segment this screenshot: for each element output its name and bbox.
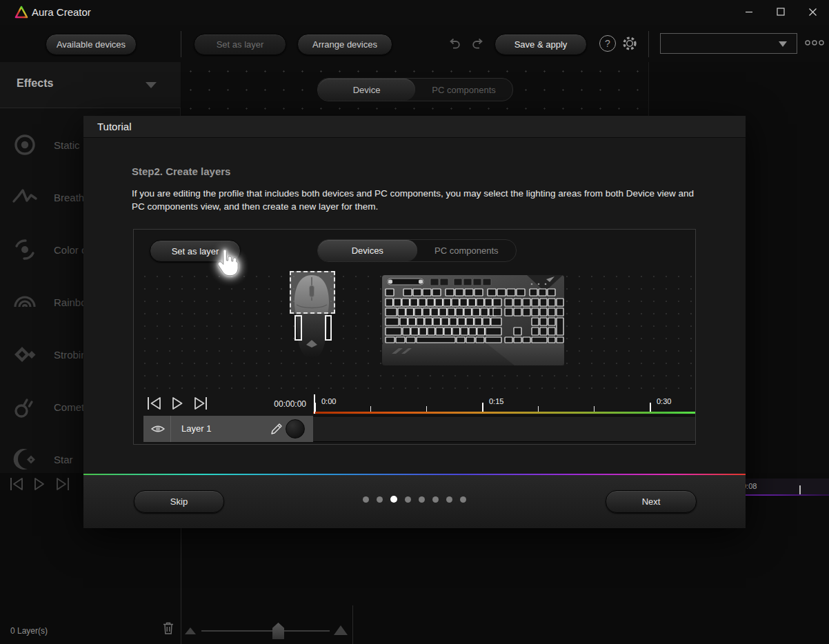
arrange-devices-label: Arrange devices xyxy=(312,39,377,50)
tutorial-layer-row: Layer 1 xyxy=(143,416,313,442)
tutorial-dialog: Tutorial Step2. Create layers If you are… xyxy=(83,116,746,528)
selection-rectangle xyxy=(290,271,335,314)
toolbar-divider-2 xyxy=(648,31,649,57)
tutorial-body-text: If you are editing the profile that incl… xyxy=(132,188,699,213)
pagination-dot xyxy=(446,496,452,503)
star-effect-label: Star xyxy=(54,454,73,465)
ruler-tick-label: 0:30 xyxy=(657,397,671,405)
tutorial-step-heading: Step2. Create layers xyxy=(132,165,230,177)
pagination-dot xyxy=(390,496,397,503)
close-icon xyxy=(808,8,817,17)
trash-icon[interactable] xyxy=(161,621,175,636)
tutorial-title: Tutorial xyxy=(97,121,131,132)
effects-collapse-icon xyxy=(146,82,157,88)
static-effect-icon xyxy=(11,131,39,159)
tutorial-footer: Skip Next xyxy=(83,474,746,528)
app-title: Aura Creator xyxy=(32,6,91,18)
layer-count: 0 Layer(s) xyxy=(10,626,48,636)
redo-icon[interactable] xyxy=(470,35,487,52)
bottom-divider-2 xyxy=(352,605,353,644)
zoom-out-icon[interactable] xyxy=(185,627,196,634)
background-ruler-tick xyxy=(799,485,801,494)
tab-device[interactable]: Device xyxy=(318,79,415,101)
skip-start-icon[interactable] xyxy=(11,478,22,490)
ruler-tick-label: 0:15 xyxy=(489,397,503,405)
ruler-tick xyxy=(370,406,371,412)
tutorial-skip-start-icon xyxy=(148,397,160,410)
skip-end-icon[interactable] xyxy=(57,478,68,490)
layer-visibility-eye-icon xyxy=(150,422,166,436)
zoom-control xyxy=(185,622,350,640)
mouse-zone-right xyxy=(325,315,332,341)
tutorial-playback-controls xyxy=(146,395,221,412)
available-devices-label: Available devices xyxy=(57,39,126,50)
pagination-dot xyxy=(432,496,439,503)
minimize-button[interactable] xyxy=(739,4,759,19)
minimize-icon xyxy=(745,8,753,16)
tab-pc-components-label: PC components xyxy=(432,85,496,95)
ruler-tick xyxy=(426,406,427,412)
zoom-in-icon[interactable] xyxy=(334,625,348,635)
help-glyph: ? xyxy=(605,38,610,49)
footer-rainbow-line xyxy=(83,474,746,475)
tutorial-skip-end-icon xyxy=(195,397,206,410)
tutorial-view-tabs: Devices PC components xyxy=(317,239,517,262)
strobing-effect-icon xyxy=(11,341,39,368)
pagination-dot xyxy=(377,496,383,503)
effects-header-label: Effects xyxy=(17,77,53,90)
bottom-divider xyxy=(181,528,181,644)
set-as-layer-button[interactable]: Set as layer xyxy=(194,34,286,55)
arrange-devices-button[interactable]: Arrange devices xyxy=(297,34,392,55)
more-options-icon[interactable] xyxy=(804,39,825,47)
pagination-dot xyxy=(405,496,411,503)
hand-cursor-icon xyxy=(214,247,242,279)
ruler-tick xyxy=(594,406,595,412)
ruler-tick-label: 0:00 xyxy=(321,397,336,405)
save-apply-label: Save & apply xyxy=(515,39,568,50)
tutorial-ruler: 0:000:150:30 xyxy=(313,393,695,414)
aura-creator-window: Aura Creator Available devices Set as la… xyxy=(0,0,829,644)
save-apply-button[interactable]: Save & apply xyxy=(495,34,587,55)
toolbar: Available devices Set as layer Arrange d… xyxy=(0,25,829,62)
tutorial-tab-devices-label: Devices xyxy=(352,245,383,256)
chevron-down-icon xyxy=(779,41,787,47)
tab-pc-components[interactable]: PC components xyxy=(415,79,512,101)
zoom-slider-track[interactable] xyxy=(201,630,330,632)
zoom-slider-handle[interactable] xyxy=(272,623,284,639)
pagination-dot xyxy=(363,496,369,503)
edit-pencil-icon xyxy=(270,422,283,436)
layer-color-swatch xyxy=(286,419,305,439)
tutorial-tab-pc-components-label: PC components xyxy=(435,245,499,256)
play-icon[interactable] xyxy=(35,479,43,490)
aura-logo-icon xyxy=(14,6,28,19)
comet-effect-label: Comet xyxy=(54,401,84,413)
keyboard-device xyxy=(382,275,564,365)
undo-icon[interactable] xyxy=(446,35,462,52)
tutorial-layer-name: Layer 1 xyxy=(181,423,211,434)
tutorial-play-icon xyxy=(173,398,182,409)
tutorial-clock: 00:00:00 xyxy=(244,399,306,409)
tutorial-ruler-gradient xyxy=(313,412,695,414)
ruler-tick xyxy=(538,406,539,412)
profile-select[interactable] xyxy=(660,33,797,54)
tutorial-titlebar: Tutorial xyxy=(83,116,746,138)
next-label: Next xyxy=(642,496,661,507)
static-effect-label: Static xyxy=(54,139,80,151)
ruler-tick xyxy=(314,403,316,412)
maximize-button[interactable] xyxy=(770,4,791,19)
layer-row-divider xyxy=(170,416,171,442)
ruler-tick xyxy=(650,403,651,412)
settings-gear-icon[interactable] xyxy=(621,35,638,52)
breathing-effect-icon xyxy=(11,183,39,211)
pagination-dot xyxy=(419,496,425,503)
effects-header[interactable]: Effects xyxy=(0,62,181,108)
background-ruler-line xyxy=(731,494,829,496)
mouse-zone-left xyxy=(294,315,302,341)
pagination-dot xyxy=(460,496,466,503)
close-button[interactable] xyxy=(802,4,823,19)
help-icon[interactable]: ? xyxy=(599,35,616,52)
next-button[interactable]: Next xyxy=(606,490,697,513)
available-devices-button[interactable]: Available devices xyxy=(46,34,137,55)
maximize-icon xyxy=(777,8,785,16)
ruler-tick xyxy=(482,403,483,412)
